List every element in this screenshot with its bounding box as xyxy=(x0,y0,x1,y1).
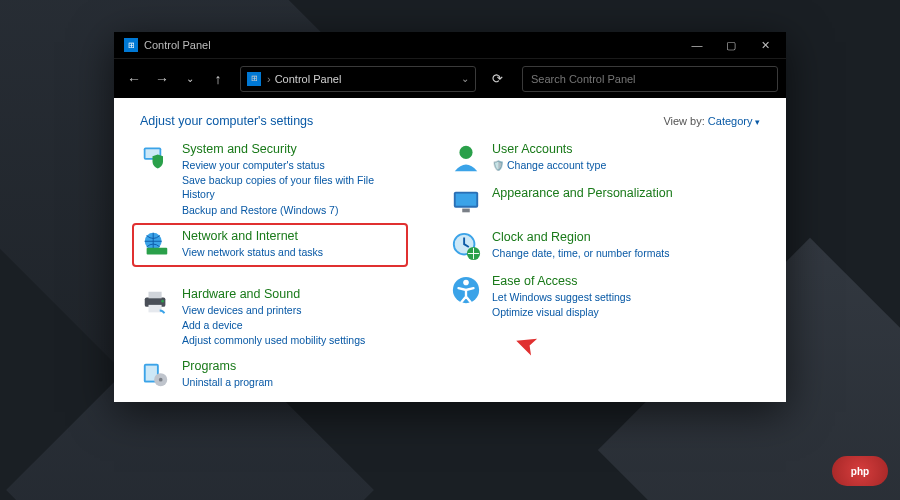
link-optimize-display[interactable]: Optimize visual display xyxy=(492,305,631,319)
view-by-dropdown[interactable]: Category xyxy=(708,115,760,127)
content-area: Adjust your computer's settings View by:… xyxy=(114,98,786,402)
svg-rect-6 xyxy=(149,305,162,313)
svg-rect-3 xyxy=(147,248,168,255)
category-title-users[interactable]: User Accounts xyxy=(492,142,606,157)
svg-rect-5 xyxy=(149,291,162,298)
link-network-status[interactable]: View network status and tasks xyxy=(182,245,323,259)
link-date-time-formats[interactable]: Change date, time, or number formats xyxy=(492,246,669,260)
link-devices-printers[interactable]: View devices and printers xyxy=(182,303,365,317)
highlight-annotation: Network and Internet View network status… xyxy=(132,223,408,267)
maximize-button[interactable]: ▢ xyxy=(714,32,748,58)
control-panel-icon: ⊞ xyxy=(124,38,138,52)
forward-button[interactable]: → xyxy=(150,67,174,91)
window-title: Control Panel xyxy=(144,39,211,51)
watermark-badge: php xyxy=(832,456,888,486)
category-ease-of-access: Ease of Access Let Windows suggest setti… xyxy=(450,274,710,319)
svg-point-12 xyxy=(459,146,472,159)
address-path: Control Panel xyxy=(275,73,342,85)
monitor-icon xyxy=(450,186,482,218)
category-clock-region: Clock and Region Change date, time, or n… xyxy=(450,230,710,262)
navbar: ← → ⌄ ↑ ⊞ › Control Panel ⌄ ⟳ xyxy=(114,58,786,98)
view-by: View by: Category xyxy=(663,115,760,127)
svg-rect-14 xyxy=(456,194,477,206)
uac-shield-icon: 🛡️ xyxy=(492,160,504,171)
refresh-button[interactable]: ⟳ xyxy=(484,66,510,92)
category-title-ease[interactable]: Ease of Access xyxy=(492,274,631,289)
close-button[interactable]: ✕ xyxy=(748,32,782,58)
recent-dropdown[interactable]: ⌄ xyxy=(178,67,202,91)
link-backup-restore[interactable]: Backup and Restore (Windows 7) xyxy=(182,203,400,217)
minimize-button[interactable]: — xyxy=(680,32,714,58)
category-system-security: System and Security Review your computer… xyxy=(140,142,400,217)
category-title-clock[interactable]: Clock and Region xyxy=(492,230,669,245)
back-button[interactable]: ← xyxy=(122,67,146,91)
printer-icon xyxy=(140,287,172,319)
search-input[interactable] xyxy=(531,73,769,85)
ease-of-access-icon xyxy=(450,274,482,306)
address-dropdown-icon[interactable]: ⌄ xyxy=(461,73,469,84)
category-programs: Programs Uninstall a program xyxy=(140,359,400,391)
svg-rect-15 xyxy=(462,209,470,213)
category-network-internet: Network and Internet View network status… xyxy=(140,229,400,261)
globe-icon xyxy=(140,229,172,261)
category-hardware-sound: Hardware and Sound View devices and prin… xyxy=(140,287,400,348)
svg-point-7 xyxy=(161,300,164,303)
svg-point-11 xyxy=(159,378,163,382)
svg-point-19 xyxy=(463,280,469,286)
search-box[interactable] xyxy=(522,66,778,92)
link-add-device[interactable]: Add a device xyxy=(182,318,365,332)
category-title-programs[interactable]: Programs xyxy=(182,359,273,374)
category-user-accounts: User Accounts 🛡️ Change account type xyxy=(450,142,710,174)
category-title-hardware[interactable]: Hardware and Sound xyxy=(182,287,365,302)
user-icon xyxy=(450,142,482,174)
page-title: Adjust your computer's settings xyxy=(140,114,313,128)
breadcrumb-separator: › xyxy=(267,73,271,85)
category-title-system[interactable]: System and Security xyxy=(182,142,400,157)
shield-monitor-icon xyxy=(140,142,172,174)
up-button[interactable]: ↑ xyxy=(206,67,230,91)
clock-icon xyxy=(450,230,482,262)
link-review-status[interactable]: Review your computer's status xyxy=(182,158,400,172)
link-uninstall[interactable]: Uninstall a program xyxy=(182,375,273,389)
link-suggest-settings[interactable]: Let Windows suggest settings xyxy=(492,290,631,304)
titlebar: ⊞ Control Panel — ▢ ✕ xyxy=(114,32,786,58)
category-appearance: Appearance and Personalization xyxy=(450,186,710,218)
programs-icon xyxy=(140,359,172,391)
link-mobility[interactable]: Adjust commonly used mobility settings xyxy=(182,333,365,347)
link-file-history[interactable]: Save backup copies of your files with Fi… xyxy=(182,173,400,201)
control-panel-window: ⊞ Control Panel — ▢ ✕ ← → ⌄ ↑ ⊞ › Contro… xyxy=(114,32,786,402)
address-icon: ⊞ xyxy=(247,72,261,86)
address-bar[interactable]: ⊞ › Control Panel ⌄ xyxy=(240,66,476,92)
category-title-appearance[interactable]: Appearance and Personalization xyxy=(492,186,673,201)
category-title-network[interactable]: Network and Internet xyxy=(182,229,323,244)
link-change-account[interactable]: Change account type xyxy=(507,158,606,172)
